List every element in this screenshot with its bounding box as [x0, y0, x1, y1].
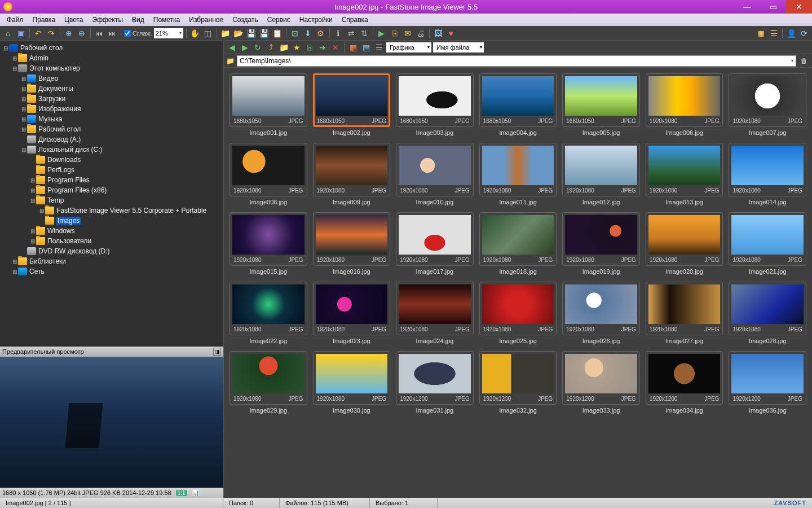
thumbnail-cell[interactable]: 1920x1080JPEGImage011.jpg	[479, 143, 557, 207]
menu-7[interactable]: Создать	[228, 15, 263, 25]
scan-icon[interactable]: ⊡	[289, 28, 301, 39]
path-input[interactable]: C:\Temp\Images\	[237, 55, 796, 67]
menu-8[interactable]: Сервис	[263, 15, 295, 25]
tree-item[interactable]: ⊞Windows	[2, 226, 221, 236]
folder-tree[interactable]: ⊟Рабочий стол⊞Admin⊟Этот компьютер⊞Видео…	[0, 41, 223, 347]
maximize-button[interactable]: ▭	[760, 0, 786, 14]
email-icon[interactable]: ✉	[402, 28, 413, 39]
nav-star-icon[interactable]: ★	[291, 42, 302, 53]
tree-item[interactable]: ⊞Program Files (x86)	[2, 185, 221, 195]
hand-icon[interactable]: ✋	[189, 28, 201, 39]
close-button[interactable]: ✕	[786, 0, 812, 14]
slider-icon[interactable]: ⇅	[359, 28, 370, 39]
tree-item[interactable]: ⊞Музыка	[2, 114, 221, 124]
menu-2[interactable]: Цвета	[60, 15, 87, 25]
thumbnail-cell[interactable]: 1680x1050JPEGImage003.jpg	[396, 73, 474, 137]
tree-item[interactable]: ⊟Этот компьютер	[2, 63, 221, 73]
thumbnail-cell[interactable]: 1920x1080JPEGImage006.jpg	[646, 73, 723, 137]
thumbnail-cell[interactable]: 1920x1080JPEGImage025.jpg	[479, 282, 557, 345]
zoom-in-icon[interactable]: ⊕	[63, 28, 74, 39]
nav-back-icon[interactable]: ◀	[226, 42, 237, 53]
view3-icon[interactable]: ☰	[373, 42, 385, 53]
clipboard-icon[interactable]: 📋	[272, 28, 283, 39]
nav-fwd-icon[interactable]: ▶	[239, 42, 250, 53]
view-type-dropdown[interactable]: Графика	[386, 42, 431, 52]
thumbnail-cell[interactable]: 1920x1080JPEGImage030.jpg	[313, 351, 391, 415]
compare-icon[interactable]: ⇄	[346, 28, 357, 39]
thumbnail-cell[interactable]: 1680x1050JPEGImage002.jpg	[313, 73, 391, 137]
thumbnail-cell[interactable]: 1920x1080JPEGImage021.jpg	[729, 212, 806, 276]
thumbnail-cell[interactable]: 1920x1080JPEGImage018.jpg	[479, 212, 557, 276]
preview-pane[interactable]	[0, 357, 223, 488]
thumbnail-cell[interactable]: 1920x1080JPEGImage020.jpg	[646, 212, 723, 276]
menu-1[interactable]: Правка	[28, 15, 60, 25]
thumbnail-cell[interactable]: 1920x1080JPEGImage027.jpg	[646, 282, 723, 345]
tree-item[interactable]: Дисковод (A:)	[2, 134, 221, 144]
folder-up-icon[interactable]: 📂	[233, 28, 244, 39]
folder-icon[interactable]: 📁	[220, 28, 231, 39]
thumbnail-cell[interactable]: 1920x1080JPEGImage019.jpg	[562, 212, 640, 276]
thumbnail-cell[interactable]: 1920x1080JPEGImage016.jpg	[313, 212, 391, 276]
zoom-dropdown[interactable]: 21%	[154, 28, 183, 38]
path-trash-icon[interactable]: 🗑	[798, 55, 810, 67]
tree-item[interactable]: ⊞Сеть	[2, 266, 221, 277]
tree-item[interactable]: PerfLogs	[2, 165, 221, 175]
tree-item[interactable]: ⊞Пользователи	[2, 236, 221, 246]
thumbnail-cell[interactable]: 1920x1080JPEGImage008.jpg	[230, 143, 307, 207]
thumbnail-cell[interactable]: 1680x1050JPEGImage004.jpg	[479, 73, 557, 137]
thumbnail-cell[interactable]: 1920x1080JPEGImage022.jpg	[230, 282, 307, 345]
thumbnail-cell[interactable]: 1920x1080JPEGImage024.jpg	[396, 282, 474, 345]
nav-new-icon[interactable]: 📁	[278, 42, 289, 53]
tree-item[interactable]: ⊞Рабочий стол	[2, 124, 221, 134]
heart-icon[interactable]: ♥	[445, 28, 457, 39]
smooth-checkbox[interactable]: Сглаж.	[124, 30, 152, 37]
select-icon[interactable]: ◫	[202, 28, 214, 39]
tree-item[interactable]: ⊟Temp	[2, 195, 221, 205]
thumbnail-cell[interactable]: 1920x1200JPEGImage032.jpg	[479, 351, 557, 415]
batch-icon[interactable]: ⎘	[389, 28, 400, 39]
refresh-icon[interactable]: ⟳	[798, 28, 810, 39]
menu-5[interactable]: Пометка	[149, 15, 185, 25]
nav-copy-icon[interactable]: ⎘	[304, 42, 315, 53]
play-icon[interactable]: ▶	[376, 28, 387, 39]
thumbnail-cell[interactable]: 1920x1080JPEGImage007.jpg	[729, 73, 806, 137]
print-icon[interactable]: 🖨	[415, 28, 426, 39]
rotate-left-icon[interactable]: ↶	[33, 28, 44, 39]
menu-3[interactable]: Эффекты	[88, 15, 128, 25]
nav-up-icon[interactable]: ⤴	[265, 42, 276, 53]
thumbnail-cell[interactable]: 1920x1080JPEGImage026.jpg	[562, 282, 640, 345]
save-icon[interactable]: 💾	[246, 28, 257, 39]
menu-4[interactable]: Вид	[127, 15, 149, 25]
download-icon[interactable]: ⬇	[302, 28, 314, 39]
nav-delete-icon[interactable]: ✕	[330, 42, 341, 53]
thumbnail-cell[interactable]: 1920x1080JPEGImage015.jpg	[230, 212, 307, 276]
thumbs-icon[interactable]: ▦	[755, 28, 766, 39]
gear-icon[interactable]: ⚙	[315, 28, 326, 39]
thumbnail-cell[interactable]: 1920x1200JPEGImage031.jpg	[396, 351, 474, 415]
thumbnail-cell[interactable]: 1920x1200JPEGImage034.jpg	[646, 351, 723, 415]
tree-item[interactable]: ⊞Документы	[2, 84, 221, 94]
tree-item[interactable]: ⊞Program Files	[2, 175, 221, 185]
menu-10[interactable]: Справка	[337, 15, 373, 25]
next-icon[interactable]: ⏭	[107, 28, 118, 39]
thumbnail-cell[interactable]: 1920x1200JPEGImage033.jpg	[562, 351, 640, 415]
view2-icon[interactable]: ▤	[360, 42, 372, 53]
tree-item[interactable]: Downloads	[2, 155, 221, 165]
tree-item[interactable]: ⊞Admin	[2, 53, 221, 63]
tree-item[interactable]: ⊟Рабочий стол	[2, 43, 221, 53]
thumbnail-cell[interactable]: 1920x1200JPEGImage036.jpg	[729, 351, 806, 415]
thumbnail-cell[interactable]: 1920x1080JPEGImage009.jpg	[313, 143, 391, 207]
thumbnail-grid[interactable]: 1680x1050JPEGImage001.jpg1680x1050JPEGIm…	[224, 68, 812, 498]
rotate-right-icon[interactable]: ↷	[46, 28, 57, 39]
tree-item[interactable]: ⊞Видео	[2, 73, 221, 84]
thumbnail-cell[interactable]: 1920x1080JPEGImage017.jpg	[396, 212, 474, 276]
tree-item[interactable]: DVD RW дисковод (D:)	[2, 246, 221, 256]
thumbnail-cell[interactable]: 1920x1080JPEGImage023.jpg	[313, 282, 391, 345]
screen-icon[interactable]: ▣	[15, 28, 27, 39]
thumbnail-cell[interactable]: 1920x1080JPEGImage010.jpg	[396, 143, 474, 207]
sort-by-dropdown[interactable]: Имя файла	[433, 42, 484, 52]
menu-6[interactable]: Избранное	[184, 15, 228, 25]
thumbnail-cell[interactable]: 1920x1080JPEGImage014.jpg	[729, 143, 806, 207]
menu-9[interactable]: Настройки	[295, 15, 337, 25]
wallpaper-icon[interactable]: 🖼	[433, 28, 444, 39]
